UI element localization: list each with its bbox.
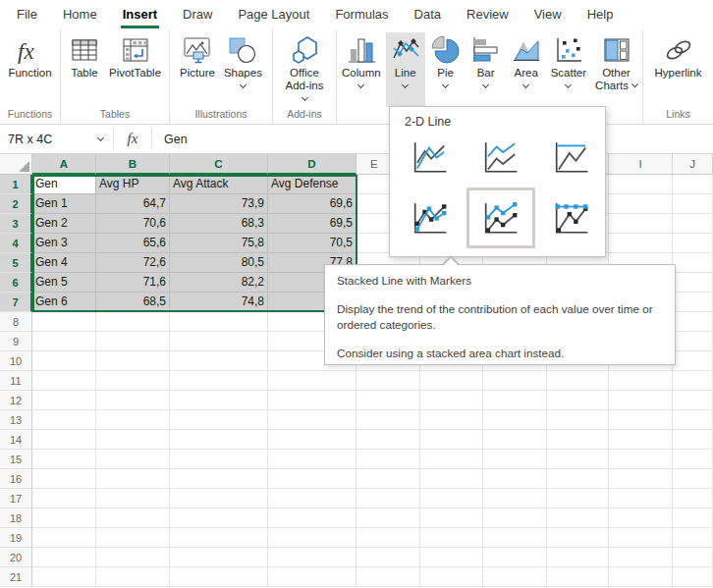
column-header-B[interactable]: B: [96, 154, 170, 175]
cell-A18[interactable]: [32, 508, 96, 528]
cell-F12[interactable]: [420, 391, 483, 410]
cell-G17[interactable]: [483, 489, 547, 508]
row-header-6[interactable]: 6: [0, 273, 32, 293]
cell-C16[interactable]: [170, 469, 268, 489]
cell-J13[interactable]: [673, 410, 713, 430]
cell-B6[interactable]: 71,6: [96, 273, 170, 293]
cell-G21[interactable]: [483, 567, 547, 587]
insert-function-button[interactable]: fx: [114, 131, 151, 147]
cell-E13[interactable]: [356, 410, 420, 430]
row-header-3[interactable]: 3: [0, 214, 32, 234]
name-box-dropdown-chevron-icon[interactable]: [97, 134, 104, 141]
cell-H21[interactable]: [547, 567, 609, 587]
line-dropdown-chevron-icon[interactable]: [402, 81, 409, 88]
chart-type-stacked-line-with-markers-icon[interactable]: [466, 187, 535, 248]
cell-C12[interactable]: [170, 391, 268, 410]
cell-A5[interactable]: Gen 4: [32, 253, 96, 273]
cell-J4[interactable]: [673, 234, 713, 253]
cell-A10[interactable]: [32, 351, 96, 371]
cell-C3[interactable]: 68,3: [170, 214, 268, 234]
tab-view[interactable]: View: [521, 0, 575, 29]
cell-F11[interactable]: [420, 371, 483, 391]
scatter-chart-button[interactable]: Scatter: [547, 32, 590, 107]
cell-D19[interactable]: [268, 528, 356, 548]
column-header-D[interactable]: D: [268, 154, 356, 175]
scatter-dropdown-chevron-icon[interactable]: [565, 81, 572, 88]
cell-H17[interactable]: [547, 489, 609, 508]
row-header-17[interactable]: 17: [0, 489, 32, 508]
cell-J5[interactable]: [673, 253, 713, 273]
cell-J1[interactable]: [673, 175, 713, 194]
cell-C14[interactable]: [170, 430, 268, 450]
row-header-9[interactable]: 9: [0, 332, 32, 351]
tab-insert[interactable]: Insert: [110, 0, 170, 29]
pivottable-button[interactable]: PivotTable: [105, 32, 165, 107]
cell-G18[interactable]: [483, 508, 547, 528]
cell-J7[interactable]: [673, 293, 713, 312]
cell-D17[interactable]: [268, 489, 356, 508]
cell-C6[interactable]: 82,2: [170, 273, 268, 293]
chart-type-100-percent-stacked-line-icon[interactable]: [543, 133, 600, 182]
cell-F20[interactable]: [420, 548, 483, 567]
cell-H12[interactable]: [547, 391, 609, 410]
chart-type-100-percent-stacked-line-with-markers-icon[interactable]: [543, 193, 600, 242]
office-addins-button[interactable]: Office Add-ins: [282, 32, 328, 107]
cell-D18[interactable]: [268, 508, 356, 528]
row-header-12[interactable]: 12: [0, 391, 32, 410]
column-header-C[interactable]: C: [170, 154, 268, 175]
cell-D4[interactable]: 70,5: [268, 234, 356, 253]
chart-type-stacked-line-icon[interactable]: [472, 133, 529, 182]
cell-C17[interactable]: [170, 489, 268, 508]
cell-E14[interactable]: [356, 430, 420, 450]
line-chart-button[interactable]: Line: [386, 32, 425, 107]
cell-I17[interactable]: [609, 489, 673, 508]
cell-A14[interactable]: [32, 430, 96, 450]
cell-B15[interactable]: [96, 450, 170, 469]
cell-D14[interactable]: [268, 430, 356, 450]
cell-E11[interactable]: [356, 371, 420, 391]
cell-J20[interactable]: [673, 548, 713, 567]
hyperlink-button[interactable]: Hyperlink: [651, 32, 706, 107]
bar-dropdown-chevron-icon[interactable]: [482, 81, 489, 88]
cell-A9[interactable]: [32, 332, 96, 351]
table-button[interactable]: Table: [65, 32, 104, 107]
cell-I1[interactable]: [609, 175, 673, 194]
row-header-15[interactable]: 15: [0, 450, 32, 469]
cell-E20[interactable]: [356, 548, 420, 567]
cell-D16[interactable]: [268, 469, 356, 489]
cell-I19[interactable]: [609, 528, 673, 548]
cell-C19[interactable]: [170, 528, 268, 548]
pie-dropdown-chevron-icon[interactable]: [442, 81, 449, 88]
column-dropdown-chevron-icon[interactable]: [357, 81, 364, 88]
cell-H18[interactable]: [547, 508, 609, 528]
row-header-5[interactable]: 5: [0, 253, 32, 273]
cell-C1[interactable]: Avg Attack: [170, 175, 268, 194]
cell-D20[interactable]: [268, 548, 356, 567]
cell-C10[interactable]: [170, 351, 268, 371]
cell-D11[interactable]: [268, 371, 356, 391]
cell-G11[interactable]: [483, 371, 547, 391]
cell-B8[interactable]: [96, 312, 170, 332]
cell-B20[interactable]: [96, 548, 170, 567]
cell-H11[interactable]: [547, 371, 609, 391]
cell-H13[interactable]: [547, 410, 609, 430]
tab-file[interactable]: File: [4, 0, 50, 29]
cell-E18[interactable]: [356, 508, 420, 528]
column-header-I[interactable]: I: [609, 154, 673, 175]
cell-J11[interactable]: [673, 371, 713, 391]
other-charts-button[interactable]: Other Charts: [591, 32, 641, 107]
cell-B5[interactable]: 72,6: [96, 253, 170, 273]
formula-input[interactable]: Gen: [152, 133, 188, 146]
cell-E21[interactable]: [356, 567, 420, 587]
tab-home[interactable]: Home: [50, 0, 110, 29]
cell-H14[interactable]: [547, 430, 609, 450]
cell-F13[interactable]: [420, 410, 483, 430]
cell-I20[interactable]: [609, 548, 673, 567]
cell-F15[interactable]: [420, 450, 483, 469]
row-header-10[interactable]: 10: [0, 351, 32, 371]
cell-D2[interactable]: 69,6: [268, 194, 356, 214]
cell-H20[interactable]: [547, 548, 609, 567]
row-header-13[interactable]: 13: [0, 410, 32, 430]
cell-E15[interactable]: [356, 450, 420, 469]
cell-H16[interactable]: [547, 469, 609, 489]
